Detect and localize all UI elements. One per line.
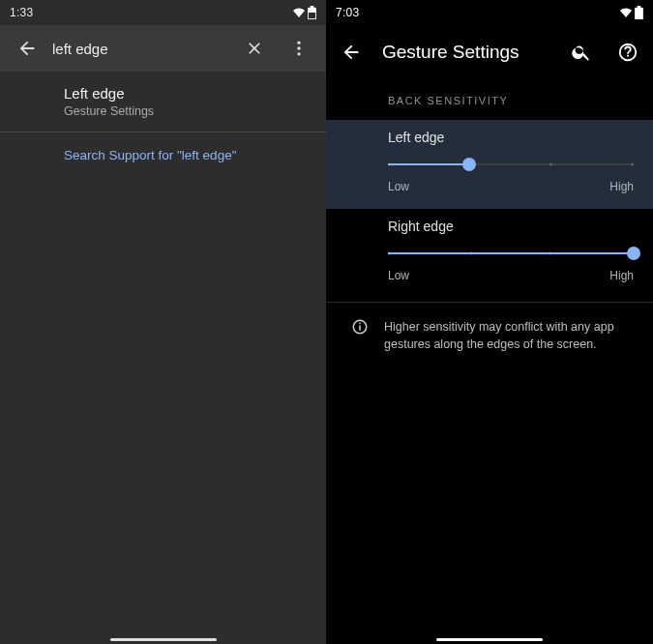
search-icon[interactable] (562, 33, 601, 72)
phone-gesture-settings: 7:03 Gesture Settings BACK SENSITIVITY L… (326, 0, 653, 644)
back-icon[interactable] (332, 33, 371, 72)
slider-label: Right edge (388, 219, 634, 234)
battery-icon (308, 6, 316, 19)
slider-track[interactable] (388, 151, 634, 178)
status-icons (619, 6, 643, 19)
svg-rect-7 (359, 323, 361, 325)
help-icon[interactable] (608, 33, 647, 72)
svg-rect-0 (309, 13, 315, 18)
page-title: Gesture Settings (378, 42, 554, 63)
slider-left-edge: Left edge Low High (326, 120, 653, 209)
slider-high-label: High (609, 269, 634, 282)
more-icon[interactable] (280, 29, 318, 68)
slider-thumb[interactable] (462, 158, 476, 171)
status-bar: 1:33 (0, 0, 326, 25)
gesture-nav-pill[interactable] (110, 638, 217, 642)
wifi-icon (619, 7, 633, 18)
clear-icon[interactable] (235, 29, 274, 68)
info-text: Higher sensitivity may conflict with any… (384, 318, 634, 353)
result-title: Left edge (64, 85, 311, 102)
status-bar: 7:03 (326, 0, 653, 25)
gesture-nav-pill[interactable] (436, 638, 543, 642)
phone-search: 1:33 left edge Left edge Gesture Setting… (0, 0, 326, 644)
svg-rect-6 (359, 326, 361, 331)
info-row: Higher sensitivity may conflict with any… (326, 302, 653, 365)
search-result-left-edge[interactable]: Left edge Gesture Settings (0, 72, 326, 132)
section-back-sensitivity-label: BACK SENSITIVITY (326, 79, 653, 120)
status-time: 7:03 (336, 6, 360, 19)
slider-high-label: High (609, 180, 634, 193)
svg-point-1 (297, 42, 300, 44)
app-bar: Gesture Settings (326, 25, 653, 79)
battery-icon (635, 6, 643, 19)
result-subtitle: Gesture Settings (64, 104, 311, 118)
info-icon (345, 318, 369, 353)
slider-label: Left edge (388, 130, 634, 145)
slider-right-edge: Right edge Low High (326, 209, 653, 298)
svg-point-3 (297, 52, 300, 55)
slider-thumb[interactable] (627, 247, 640, 260)
slider-track[interactable] (388, 240, 634, 267)
back-icon[interactable] (8, 29, 46, 68)
search-input[interactable]: left edge (52, 41, 229, 57)
slider-low-label: Low (388, 269, 409, 282)
slider-low-label: Low (388, 180, 409, 193)
status-time: 1:33 (10, 6, 34, 19)
search-support-link[interactable]: Search Support for "left edge" (0, 132, 326, 178)
search-bar: left edge (0, 25, 326, 72)
status-icons (292, 6, 316, 19)
wifi-icon (292, 7, 306, 18)
svg-point-2 (297, 46, 300, 49)
